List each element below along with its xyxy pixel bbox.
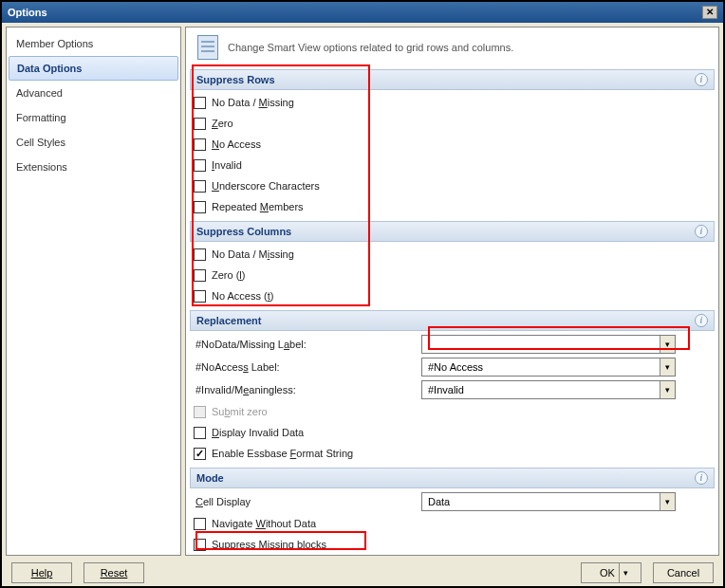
combo-value: #Invalid	[428, 384, 464, 395]
suppress-rows-label-0: No Data / Missing	[212, 97, 294, 108]
chevron-down-icon[interactable]	[660, 336, 675, 353]
invalid-combo[interactable]: #Invalid	[421, 380, 676, 399]
section-replacement: Replacement i	[190, 310, 715, 331]
chevron-down-icon[interactable]	[660, 493, 675, 510]
ok-button[interactable]: OK	[581, 562, 641, 583]
sidebar-item-extensions[interactable]: Extensions	[7, 155, 180, 179]
noaccess-label: #NoAccess Label:	[194, 361, 421, 373]
section-title: Suppress Columns	[196, 226, 291, 237]
navigate-without-data-checkbox[interactable]	[194, 518, 206, 530]
info-icon[interactable]: i	[695, 471, 708, 485]
chevron-down-icon[interactable]	[660, 358, 675, 376]
cell-display-label: Cell Display	[194, 496, 421, 507]
navigate-without-data-label: Navigate Without Data	[212, 518, 316, 529]
main-panel: Change Smart View options related to gri…	[185, 27, 719, 556]
dialog-footer: Help Reset OK Cancel	[2, 560, 723, 586]
sidebar-item-cell-styles[interactable]: Cell Styles	[7, 130, 180, 155]
sidebar: Member OptionsData OptionsAdvancedFormat…	[6, 27, 181, 556]
close-button[interactable]: ✕	[702, 6, 717, 19]
panel-description-row: Change Smart View options related to gri…	[186, 28, 718, 67]
panel-description: Change Smart View options related to gri…	[228, 42, 513, 53]
combo-value: Data	[428, 496, 450, 507]
suppress-rows-checkbox-4[interactable]	[194, 180, 206, 193]
sidebar-item-formatting[interactable]: Formatting	[7, 105, 180, 130]
options-content: Suppress Rows i No Data / MissingZeroNo …	[186, 67, 718, 555]
suppress-columns-label-1: Zero (l)	[212, 269, 245, 281]
suppress-rows-checkbox-1[interactable]	[194, 118, 206, 130]
suppress-columns-label-2: No Access (t)	[212, 290, 273, 302]
sidebar-item-advanced[interactable]: Advanced	[7, 81, 180, 105]
section-suppress-rows: Suppress Rows i	[190, 69, 715, 90]
suppress-rows-checkbox-3[interactable]	[194, 159, 206, 172]
suppress-columns-checkbox-2[interactable]	[194, 290, 206, 303]
section-title: Mode	[196, 472, 224, 484]
section-suppress-columns: Suppress Columns i	[190, 221, 715, 242]
info-icon[interactable]: i	[695, 73, 708, 86]
enable-essbase-label: Enable Essbase Format String	[212, 448, 353, 459]
suppress-rows-checkbox-0[interactable]	[194, 97, 206, 109]
suppress-missing-blocks-checkbox[interactable]	[194, 539, 206, 551]
info-icon[interactable]: i	[695, 314, 708, 327]
section-mode: Mode i	[190, 468, 715, 488]
chevron-down-icon[interactable]	[660, 381, 675, 398]
suppress-missing-blocks-label: Suppress Missing blocks	[212, 539, 326, 550]
suppress-rows-label-1: Zero	[212, 118, 233, 129]
suppress-columns-label-0: No Data / Missing	[212, 248, 294, 260]
window-title: Options	[8, 7, 47, 18]
section-title: Replacement	[196, 315, 261, 326]
options-dialog: Options ✕ Member OptionsData OptionsAdva…	[0, 0, 725, 588]
suppress-rows-checkbox-2[interactable]	[194, 138, 206, 151]
document-icon	[197, 35, 218, 60]
suppress-rows-label-3: Invalid	[212, 159, 242, 171]
cell-display-combo[interactable]: Data	[421, 492, 676, 511]
display-invalid-label: Display Invalid Data	[212, 427, 304, 438]
section-title: Suppress Rows	[196, 74, 275, 85]
nodata-missing-combo[interactable]	[421, 335, 676, 354]
help-button[interactable]: Help	[11, 562, 72, 583]
titlebar: Options ✕	[2, 2, 723, 23]
suppress-columns-checkbox-0[interactable]	[194, 248, 206, 261]
suppress-rows-checkbox-5[interactable]	[194, 201, 206, 213]
display-invalid-checkbox[interactable]	[194, 427, 206, 439]
ok-dropdown-icon[interactable]	[619, 563, 632, 582]
submit-zero-checkbox	[194, 406, 206, 418]
nodata-label: #NoData/Missing Label:	[194, 339, 421, 350]
reset-button[interactable]: Reset	[84, 562, 144, 583]
suppress-rows-label-5: Repeated Members	[212, 201, 304, 212]
sidebar-item-member-options[interactable]: Member Options	[7, 31, 180, 56]
suppress-rows-label-4: Underscore Characters	[212, 180, 320, 192]
suppress-rows-label-2: No Access	[212, 138, 261, 150]
invalid-label: #Invalid/Meaningless:	[194, 384, 421, 395]
cancel-button[interactable]: Cancel	[653, 562, 714, 583]
suppress-columns-checkbox-1[interactable]	[194, 269, 206, 282]
noaccess-combo[interactable]: #No Access	[421, 358, 676, 377]
info-icon[interactable]: i	[695, 225, 708, 238]
submit-zero-label: Submit zero	[212, 406, 268, 417]
combo-value: #No Access	[428, 361, 483, 373]
sidebar-item-data-options[interactable]: Data Options	[9, 56, 178, 81]
enable-essbase-checkbox[interactable]	[194, 448, 206, 460]
